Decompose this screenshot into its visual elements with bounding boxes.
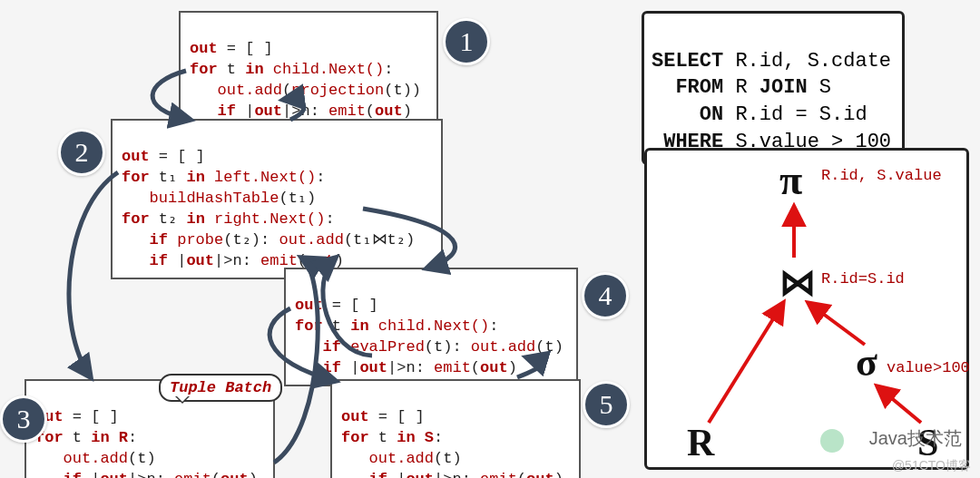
t: probe — [177, 231, 223, 249]
t: ) — [508, 359, 517, 376]
codebox-1: out = [ ] for t in child.Next(): out.add… — [179, 11, 438, 130]
t: child.Next() — [273, 61, 384, 78]
badge-3: 3 — [0, 395, 47, 443]
t: t — [218, 61, 246, 78]
t — [205, 210, 214, 228]
t: t — [369, 429, 397, 446]
t: ( — [211, 471, 220, 478]
t: ) — [249, 471, 258, 478]
t — [122, 252, 150, 269]
t: : — [384, 61, 393, 78]
t: if — [369, 471, 387, 478]
t: right.Next() — [214, 210, 325, 228]
t: : — [325, 210, 334, 228]
t — [190, 102, 218, 120]
t: for — [341, 429, 369, 446]
t: ( — [366, 102, 375, 120]
t: left.Next() — [214, 169, 316, 186]
t: ( — [517, 471, 526, 478]
t: (t) — [535, 338, 564, 356]
t: (t₁) — [279, 190, 316, 207]
t: out — [375, 102, 403, 120]
t: out.add — [218, 82, 282, 99]
t — [295, 338, 323, 356]
t: emit — [328, 102, 366, 120]
t — [341, 450, 369, 467]
t: (t): — [425, 338, 471, 356]
t: in — [245, 61, 263, 78]
t: out — [186, 252, 214, 269]
t: S — [808, 76, 831, 99]
t — [205, 169, 214, 186]
t: t — [323, 317, 351, 335]
codebox-2: out = [ ] for t₁ in left.Next(): buildHa… — [111, 119, 443, 279]
t: emit — [480, 471, 517, 478]
t: R.id = S.id — [723, 103, 867, 126]
t: = [ ] — [369, 408, 425, 425]
t: out — [526, 471, 554, 478]
tree-arrows — [647, 151, 972, 473]
t: if — [323, 338, 341, 356]
t: out — [359, 359, 387, 376]
t: if — [150, 252, 168, 269]
query-tree: π R.id, S.value ⋈ R.id=S.id σ value>100 … — [644, 148, 969, 470]
sql-box: SELECT R.id, S.cdate FROM R JOIN S ON R.… — [642, 11, 905, 165]
t — [341, 338, 350, 356]
t: (t) — [128, 450, 156, 467]
t: (t₁⋈t₂) — [344, 231, 415, 249]
t — [35, 471, 64, 478]
t: ( — [298, 252, 307, 269]
t: ON — [652, 103, 723, 126]
t: (t) — [434, 450, 462, 467]
badge-5: 5 — [583, 381, 630, 428]
t: = [ ] — [218, 40, 273, 57]
t: for — [295, 317, 323, 335]
t: = [ ] — [323, 297, 378, 314]
t: ( — [471, 359, 480, 376]
t: emit — [260, 252, 298, 269]
badge-2: 2 — [58, 129, 105, 176]
wechat-icon — [820, 429, 844, 453]
t: out — [220, 471, 249, 478]
t — [341, 471, 369, 478]
t: FROM — [652, 76, 723, 99]
t: out — [190, 40, 218, 57]
t: ) — [335, 252, 344, 269]
t: = [ ] — [64, 408, 119, 425]
t: out — [122, 148, 150, 165]
svg-line-3 — [877, 386, 921, 423]
t: | — [236, 102, 254, 120]
t: buildHashTable — [150, 190, 279, 207]
t: |>n: — [214, 252, 260, 269]
t: : — [434, 429, 443, 446]
t: : — [316, 169, 325, 186]
t: | — [168, 252, 186, 269]
t — [369, 317, 378, 335]
codebox-4: out = [ ] for t in child.Next(): if eval… — [284, 268, 578, 386]
t: if — [323, 359, 341, 376]
t: | — [82, 471, 100, 478]
t: for — [122, 169, 150, 186]
t — [416, 429, 425, 446]
t: in — [91, 429, 109, 446]
t: projection — [291, 82, 384, 99]
t: t₁ — [150, 169, 187, 186]
watermark-51cto: @51CTO博客 — [892, 458, 971, 474]
t: in — [186, 169, 204, 186]
codebox-5: out = [ ] for t in S: out.add(t) if |out… — [330, 379, 581, 478]
t: out — [480, 359, 508, 376]
t: |>n: — [434, 471, 480, 478]
t — [122, 231, 150, 249]
t: out — [254, 102, 282, 120]
t: out — [341, 408, 369, 425]
t: out.add — [471, 338, 535, 356]
t: emit — [434, 359, 471, 376]
t — [110, 429, 119, 446]
t: for — [190, 61, 218, 78]
svg-line-1 — [709, 303, 783, 423]
t: evalPred — [350, 338, 425, 356]
t: out.add — [279, 231, 343, 249]
t: JOIN — [760, 76, 808, 99]
t: for — [122, 210, 150, 228]
t — [264, 61, 273, 78]
